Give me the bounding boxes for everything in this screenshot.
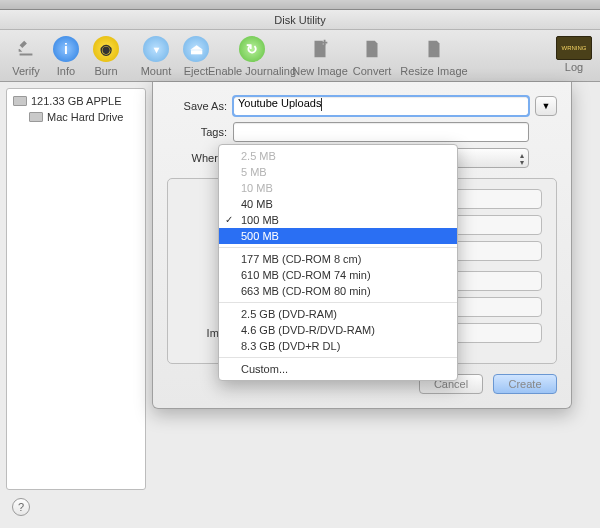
size-menu-item[interactable]: ✓100 MB	[219, 212, 457, 228]
toolbar-label: Convert	[353, 65, 392, 77]
convert-icon	[357, 34, 387, 64]
size-menu: 2.5 MB5 MB10 MB40 MB✓100 MB500 MB177 MB …	[218, 144, 458, 381]
harddisk-icon	[29, 112, 43, 122]
menu-item-label: 4.6 GB (DVD-R/DVD-RAM)	[241, 324, 375, 336]
help-button[interactable]: ?	[12, 498, 30, 516]
mount-icon: ▾	[141, 34, 171, 64]
new-image-icon	[305, 34, 335, 64]
resize-image-icon	[419, 34, 449, 64]
size-menu-item[interactable]: 663 MB (CD-ROM 80 min)	[219, 283, 457, 299]
menu-item-label: 2.5 GB (DVD-RAM)	[241, 308, 337, 320]
tags-label: Tags:	[167, 126, 227, 138]
size-menu-item: 10 MB	[219, 180, 457, 196]
check-icon: ✓	[225, 214, 233, 225]
info-icon: i	[51, 34, 81, 64]
chevron-down-icon: ▼	[542, 101, 551, 111]
menu-item-label: 610 MB (CD-ROM 74 min)	[241, 269, 371, 281]
toolbar-new-image[interactable]: New Image	[294, 34, 346, 77]
size-menu-item[interactable]: 8.3 GB (DVD+R DL)	[219, 338, 457, 354]
save-as-label: Save As:	[167, 100, 227, 112]
window-titlebar: Disk Utility	[0, 10, 600, 30]
sidebar-item-disk[interactable]: 121.33 GB APPLE	[7, 93, 145, 109]
create-button[interactable]: Create	[493, 374, 557, 394]
size-menu-item[interactable]: 610 MB (CD-ROM 74 min)	[219, 267, 457, 283]
toolbar-resize-image[interactable]: Resize Image	[398, 34, 470, 77]
size-menu-item[interactable]: 40 MB	[219, 196, 457, 212]
size-menu-item[interactable]: 500 MB	[219, 228, 457, 244]
toolbar-label: Eject	[184, 65, 208, 77]
sidebar-item-volume[interactable]: Mac Hard Drive	[7, 109, 145, 125]
size-menu-item: 2.5 MB	[219, 148, 457, 164]
toolbar-label: Resize Image	[400, 65, 467, 77]
menu-item-label: 100 MB	[241, 214, 279, 226]
toolbar-log[interactable]: WRNING Log	[554, 34, 594, 73]
size-menu-item[interactable]: 2.5 GB (DVD-RAM)	[219, 306, 457, 322]
sidebar-item-label: 121.33 GB APPLE	[31, 95, 122, 107]
updown-icon: ▴▾	[520, 152, 524, 166]
content-area: 121.33 GB APPLE Mac Hard Drive Save As: …	[0, 82, 600, 528]
menu-item-label: 5 MB	[241, 166, 267, 178]
size-menu-item[interactable]: 177 MB (CD-ROM 8 cm)	[219, 251, 457, 267]
menu-item-label: 177 MB (CD-ROM 8 cm)	[241, 253, 361, 265]
microscope-icon	[11, 34, 41, 64]
menu-separator	[219, 357, 457, 358]
toolbar-label: Burn	[94, 65, 117, 77]
tags-input[interactable]	[233, 122, 529, 142]
size-menu-item: 5 MB	[219, 164, 457, 180]
menu-item-label: 10 MB	[241, 182, 273, 194]
toolbar: Verify i Info ◉ Burn ▾ Mount ⏏ Eject	[0, 30, 600, 82]
toolbar-label: Mount	[141, 65, 172, 77]
menu-separator	[219, 302, 457, 303]
size-menu-item[interactable]: Custom...	[219, 361, 457, 377]
burn-icon: ◉	[91, 34, 121, 64]
sidebar-item-label: Mac Hard Drive	[47, 111, 123, 123]
toolbar-label: Enable Journaling	[208, 65, 296, 77]
toolbar-label: Log	[565, 61, 583, 73]
toolbar-mount[interactable]: ▾ Mount	[136, 34, 176, 77]
eject-icon: ⏏	[181, 34, 211, 64]
menu-item-label: Custom...	[241, 363, 288, 375]
menu-item-label: 500 MB	[241, 230, 279, 242]
menu-item-label: 40 MB	[241, 198, 273, 210]
menu-item-label: 663 MB (CD-ROM 80 min)	[241, 285, 371, 297]
harddisk-icon	[13, 96, 27, 106]
toolbar-convert[interactable]: Convert	[346, 34, 398, 77]
save-as-value: Youtube Uploads	[238, 97, 321, 109]
toolbar-enable-journaling[interactable]: ↻ Enable Journaling	[216, 34, 288, 77]
size-menu-item[interactable]: 4.6 GB (DVD-R/DVD-RAM)	[219, 322, 457, 338]
browser-tab-strip	[0, 0, 600, 10]
menu-item-label: 8.3 GB (DVD+R DL)	[241, 340, 340, 352]
toolbar-burn[interactable]: ◉ Burn	[86, 34, 126, 77]
toolbar-label: Info	[57, 65, 75, 77]
help-icon: ?	[18, 501, 24, 513]
log-icon: WRNING	[556, 36, 592, 60]
device-sidebar: 121.33 GB APPLE Mac Hard Drive	[6, 88, 146, 490]
expand-save-button[interactable]: ▼	[535, 96, 557, 116]
journaling-icon: ↻	[237, 34, 267, 64]
toolbar-info[interactable]: i Info	[46, 34, 86, 77]
toolbar-label: Verify	[12, 65, 40, 77]
window-title: Disk Utility	[274, 14, 325, 26]
save-as-input[interactable]: Youtube Uploads	[233, 96, 529, 116]
toolbar-verify[interactable]: Verify	[6, 34, 46, 77]
menu-item-label: 2.5 MB	[241, 150, 276, 162]
menu-separator	[219, 247, 457, 248]
toolbar-label: New Image	[292, 65, 348, 77]
